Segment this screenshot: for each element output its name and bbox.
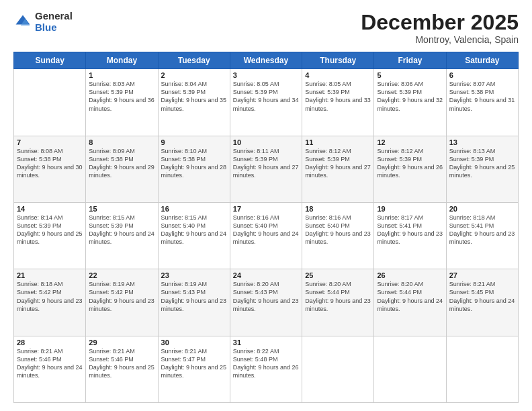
day-info: Sunrise: 8:04 AMSunset: 5:39 PMDaylight:… bbox=[161, 80, 227, 113]
day-of-week-header: Thursday bbox=[302, 52, 374, 69]
calendar-cell: 23Sunrise: 8:19 AMSunset: 5:43 PMDayligh… bbox=[158, 269, 230, 336]
day-info: Sunrise: 8:16 AMSunset: 5:40 PMDaylight:… bbox=[233, 214, 299, 246]
logo-text: General Blue bbox=[35, 11, 73, 33]
calendar-cell bbox=[374, 336, 446, 402]
calendar-cell: 15Sunrise: 8:15 AMSunset: 5:39 PMDayligh… bbox=[86, 202, 158, 269]
calendar-week-row: 28Sunrise: 8:21 AMSunset: 5:46 PMDayligh… bbox=[14, 336, 519, 402]
day-info: Sunrise: 8:08 AMSunset: 5:38 PMDaylight:… bbox=[17, 147, 83, 180]
day-info: Sunrise: 8:20 AMSunset: 5:44 PMDaylight:… bbox=[377, 280, 443, 313]
calendar-cell: 22Sunrise: 8:19 AMSunset: 5:42 PMDayligh… bbox=[86, 269, 158, 336]
day-info: Sunrise: 8:21 AMSunset: 5:46 PMDaylight:… bbox=[89, 347, 154, 380]
logo: General Blue bbox=[13, 11, 73, 33]
calendar-cell: 26Sunrise: 8:20 AMSunset: 5:44 PMDayligh… bbox=[374, 269, 446, 336]
day-number: 20 bbox=[449, 205, 515, 213]
calendar-week-row: 7Sunrise: 8:08 AMSunset: 5:38 PMDaylight… bbox=[14, 136, 519, 202]
day-info: Sunrise: 8:19 AMSunset: 5:43 PMDaylight:… bbox=[161, 280, 227, 313]
day-number: 22 bbox=[89, 271, 154, 279]
calendar-table: SundayMondayTuesdayWednesdayThursdayFrid… bbox=[13, 52, 519, 403]
calendar-cell: 12Sunrise: 8:12 AMSunset: 5:39 PMDayligh… bbox=[374, 136, 446, 202]
day-of-week-header: Wednesday bbox=[230, 52, 302, 69]
day-number: 19 bbox=[377, 205, 443, 213]
day-info: Sunrise: 8:03 AMSunset: 5:39 PMDaylight:… bbox=[89, 80, 154, 113]
title-block: December 2025 Montroy, Valencia, Spain bbox=[361, 11, 519, 45]
calendar-cell: 20Sunrise: 8:18 AMSunset: 5:41 PMDayligh… bbox=[446, 202, 518, 269]
day-number: 9 bbox=[161, 138, 227, 146]
day-info: Sunrise: 8:10 AMSunset: 5:38 PMDaylight:… bbox=[161, 147, 227, 180]
calendar-cell: 28Sunrise: 8:21 AMSunset: 5:46 PMDayligh… bbox=[14, 336, 86, 402]
calendar-header-row: SundayMondayTuesdayWednesdayThursdayFrid… bbox=[14, 52, 519, 69]
calendar-cell: 11Sunrise: 8:12 AMSunset: 5:39 PMDayligh… bbox=[302, 136, 374, 202]
day-number: 21 bbox=[17, 271, 83, 279]
calendar-cell: 8Sunrise: 8:09 AMSunset: 5:38 PMDaylight… bbox=[86, 136, 158, 202]
calendar-cell: 13Sunrise: 8:13 AMSunset: 5:39 PMDayligh… bbox=[446, 136, 518, 202]
calendar-cell bbox=[302, 336, 374, 402]
day-info: Sunrise: 8:12 AMSunset: 5:39 PMDaylight:… bbox=[305, 147, 371, 180]
calendar-cell: 18Sunrise: 8:16 AMSunset: 5:40 PMDayligh… bbox=[302, 202, 374, 269]
calendar-cell: 19Sunrise: 8:17 AMSunset: 5:41 PMDayligh… bbox=[374, 202, 446, 269]
header: General Blue December 2025 Montroy, Vale… bbox=[13, 11, 519, 45]
day-info: Sunrise: 8:14 AMSunset: 5:39 PMDaylight:… bbox=[17, 214, 83, 246]
day-number: 8 bbox=[89, 138, 154, 146]
day-info: Sunrise: 8:11 AMSunset: 5:39 PMDaylight:… bbox=[233, 147, 299, 180]
day-info: Sunrise: 8:05 AMSunset: 5:39 PMDaylight:… bbox=[233, 80, 299, 113]
calendar-cell: 30Sunrise: 8:21 AMSunset: 5:47 PMDayligh… bbox=[158, 336, 230, 402]
day-number: 27 bbox=[449, 271, 515, 279]
day-number: 16 bbox=[161, 205, 227, 213]
day-number: 7 bbox=[17, 138, 83, 146]
day-info: Sunrise: 8:13 AMSunset: 5:39 PMDaylight:… bbox=[449, 147, 515, 180]
logo-blue-text: Blue bbox=[35, 22, 73, 34]
calendar-cell: 31Sunrise: 8:22 AMSunset: 5:48 PMDayligh… bbox=[230, 336, 302, 402]
day-number: 25 bbox=[305, 271, 371, 279]
day-info: Sunrise: 8:21 AMSunset: 5:47 PMDaylight:… bbox=[161, 347, 227, 380]
day-number: 15 bbox=[89, 205, 154, 213]
day-number: 1 bbox=[89, 71, 154, 79]
calendar-cell: 25Sunrise: 8:20 AMSunset: 5:44 PMDayligh… bbox=[302, 269, 374, 336]
day-info: Sunrise: 8:12 AMSunset: 5:39 PMDaylight:… bbox=[377, 147, 443, 180]
page: General Blue December 2025 Montroy, Vale… bbox=[0, 0, 532, 411]
calendar-cell: 17Sunrise: 8:16 AMSunset: 5:40 PMDayligh… bbox=[230, 202, 302, 269]
calendar-cell: 1Sunrise: 8:03 AMSunset: 5:39 PMDaylight… bbox=[86, 69, 158, 136]
day-number: 31 bbox=[233, 338, 299, 347]
day-info: Sunrise: 8:21 AMSunset: 5:45 PMDaylight:… bbox=[449, 280, 515, 313]
logo-icon bbox=[13, 13, 32, 32]
day-info: Sunrise: 8:15 AMSunset: 5:39 PMDaylight:… bbox=[89, 214, 154, 246]
calendar-cell: 4Sunrise: 8:05 AMSunset: 5:39 PMDaylight… bbox=[302, 69, 374, 136]
day-info: Sunrise: 8:17 AMSunset: 5:41 PMDaylight:… bbox=[377, 214, 443, 246]
calendar-cell: 7Sunrise: 8:08 AMSunset: 5:38 PMDaylight… bbox=[14, 136, 86, 202]
day-info: Sunrise: 8:05 AMSunset: 5:39 PMDaylight:… bbox=[305, 80, 371, 113]
calendar-cell: 14Sunrise: 8:14 AMSunset: 5:39 PMDayligh… bbox=[14, 202, 86, 269]
day-number: 28 bbox=[17, 338, 83, 347]
calendar-cell: 27Sunrise: 8:21 AMSunset: 5:45 PMDayligh… bbox=[446, 269, 518, 336]
calendar-cell: 9Sunrise: 8:10 AMSunset: 5:38 PMDaylight… bbox=[158, 136, 230, 202]
day-number: 24 bbox=[233, 271, 299, 279]
calendar-week-row: 1Sunrise: 8:03 AMSunset: 5:39 PMDaylight… bbox=[14, 69, 519, 136]
month-title: December 2025 bbox=[361, 11, 519, 34]
day-info: Sunrise: 8:20 AMSunset: 5:43 PMDaylight:… bbox=[233, 280, 299, 313]
day-info: Sunrise: 8:19 AMSunset: 5:42 PMDaylight:… bbox=[89, 280, 154, 313]
day-number: 30 bbox=[161, 338, 227, 347]
day-of-week-header: Sunday bbox=[14, 52, 86, 69]
location: Montroy, Valencia, Spain bbox=[361, 34, 519, 45]
calendar-week-row: 14Sunrise: 8:14 AMSunset: 5:39 PMDayligh… bbox=[14, 202, 519, 269]
day-number: 26 bbox=[377, 271, 443, 279]
day-of-week-header: Friday bbox=[374, 52, 446, 69]
day-info: Sunrise: 8:07 AMSunset: 5:38 PMDaylight:… bbox=[449, 80, 515, 113]
day-of-week-header: Saturday bbox=[446, 52, 518, 69]
calendar-cell: 6Sunrise: 8:07 AMSunset: 5:38 PMDaylight… bbox=[446, 69, 518, 136]
day-number: 6 bbox=[449, 71, 515, 79]
day-number: 5 bbox=[377, 71, 443, 79]
calendar-cell: 10Sunrise: 8:11 AMSunset: 5:39 PMDayligh… bbox=[230, 136, 302, 202]
day-number: 18 bbox=[305, 205, 371, 213]
day-info: Sunrise: 8:09 AMSunset: 5:38 PMDaylight:… bbox=[89, 147, 154, 180]
calendar-cell: 29Sunrise: 8:21 AMSunset: 5:46 PMDayligh… bbox=[86, 336, 158, 402]
day-info: Sunrise: 8:22 AMSunset: 5:48 PMDaylight:… bbox=[233, 347, 299, 380]
day-info: Sunrise: 8:15 AMSunset: 5:40 PMDaylight:… bbox=[161, 214, 227, 246]
day-number: 12 bbox=[377, 138, 443, 146]
day-info: Sunrise: 8:21 AMSunset: 5:46 PMDaylight:… bbox=[17, 347, 83, 380]
day-info: Sunrise: 8:16 AMSunset: 5:40 PMDaylight:… bbox=[305, 214, 371, 246]
calendar-cell: 21Sunrise: 8:18 AMSunset: 5:42 PMDayligh… bbox=[14, 269, 86, 336]
calendar-week-row: 21Sunrise: 8:18 AMSunset: 5:42 PMDayligh… bbox=[14, 269, 519, 336]
day-number: 3 bbox=[233, 71, 299, 79]
calendar-cell: 2Sunrise: 8:04 AMSunset: 5:39 PMDaylight… bbox=[158, 69, 230, 136]
day-info: Sunrise: 8:06 AMSunset: 5:39 PMDaylight:… bbox=[377, 80, 443, 113]
